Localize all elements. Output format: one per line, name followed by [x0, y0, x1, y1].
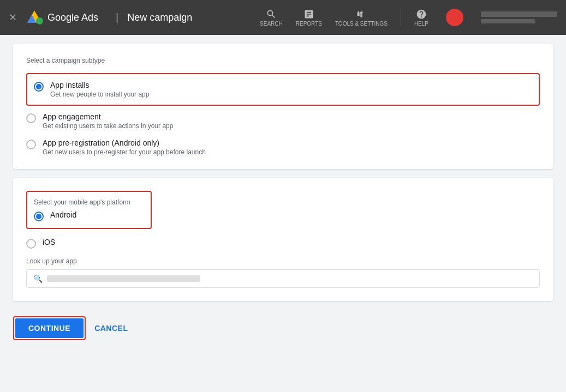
android-option[interactable]: Android [34, 210, 144, 221]
platform-card: Select your mobile app's platform Androi… [13, 178, 553, 301]
ios-option[interactable]: iOS [26, 238, 540, 249]
app-engagement-desc: Get existing users to take actions in yo… [43, 122, 173, 130]
svg-point-2 [36, 17, 43, 25]
account-info [481, 11, 557, 23]
header-divider: | [116, 11, 118, 24]
account-name-bar [481, 11, 557, 17]
app-preregistration-title: App pre-registration (Android only) [43, 138, 206, 147]
google-ads-logo-icon [26, 9, 43, 26]
footer: CONTINUE CANCEL [13, 310, 553, 347]
logo: Google Ads [26, 9, 98, 26]
app-name: Google Ads [47, 12, 98, 23]
main-content: Select a campaign subtype App installs G… [0, 35, 566, 392]
campaign-subtype-card: Select a campaign subtype App installs G… [13, 44, 553, 169]
reports-label: REPORTS [296, 21, 322, 27]
app-engagement-option[interactable]: App engagement Get existing users to tak… [26, 112, 540, 130]
avatar[interactable] [446, 9, 463, 26]
app-installs-radio[interactable] [34, 82, 44, 92]
app-installs-desc: Get new people to install your app [50, 91, 149, 98]
header: ✕ Google Ads | New campaign SEARCH REPOR… [0, 0, 566, 35]
lookup-search-icon: 🔍 [33, 274, 43, 283]
nav-help[interactable]: HELP [414, 9, 428, 27]
app-preregistration-radio[interactable] [26, 140, 36, 149]
app-preregistration-option[interactable]: App pre-registration (Android only) Get … [26, 138, 540, 156]
app-engagement-radio[interactable] [26, 113, 36, 123]
lookup-placeholder-bar [47, 275, 200, 282]
platform-selection-box: Select your mobile app's platform Androi… [26, 191, 152, 229]
help-icon [416, 9, 427, 20]
nav-divider [401, 9, 401, 26]
help-label: HELP [414, 21, 428, 27]
lookup-input-container[interactable]: 🔍 [26, 269, 540, 288]
platform-label: Select your mobile app's platform [34, 198, 144, 206]
android-content: Android [50, 210, 76, 219]
app-preregistration-content: App pre-registration (Android only) Get … [43, 138, 206, 156]
continue-button-wrapper: CONTINUE [13, 316, 86, 340]
continue-button[interactable]: CONTINUE [15, 318, 84, 338]
ios-content: iOS [43, 238, 55, 246]
nav-tools[interactable]: TOOLS & SETTINGS [335, 9, 388, 27]
app-engagement-title: App engagement [43, 112, 173, 121]
android-label: Android [50, 210, 76, 219]
app-preregistration-desc: Get new users to pre-register for your a… [43, 148, 206, 156]
account-id-bar [481, 19, 535, 23]
nav-search[interactable]: SEARCH [260, 9, 283, 27]
cancel-button[interactable]: CANCEL [94, 324, 128, 333]
app-installs-option[interactable]: App installs Get new people to install y… [34, 81, 532, 98]
search-label: SEARCH [260, 21, 283, 27]
nav-reports[interactable]: REPORTS [296, 9, 322, 27]
android-radio[interactable] [34, 212, 44, 221]
ios-radio[interactable] [26, 239, 36, 249]
campaign-subtype-label: Select a campaign subtype [26, 57, 540, 64]
search-icon [266, 9, 277, 20]
app-installs-selected-box: App installs Get new people to install y… [26, 73, 540, 106]
app-installs-content: App installs Get new people to install y… [50, 81, 149, 98]
header-navigation: SEARCH REPORTS TOOLS & SETTINGS HELP [260, 9, 557, 27]
tools-label: TOOLS & SETTINGS [335, 21, 388, 27]
reports-icon [303, 9, 314, 20]
ios-label: iOS [43, 238, 55, 246]
app-installs-title: App installs [50, 81, 149, 89]
lookup-label: Look up your app [26, 257, 540, 265]
close-icon[interactable]: ✕ [9, 11, 17, 23]
app-engagement-content: App engagement Get existing users to tak… [43, 112, 173, 130]
tools-icon [356, 9, 367, 20]
campaign-name: New campaign [127, 12, 260, 23]
